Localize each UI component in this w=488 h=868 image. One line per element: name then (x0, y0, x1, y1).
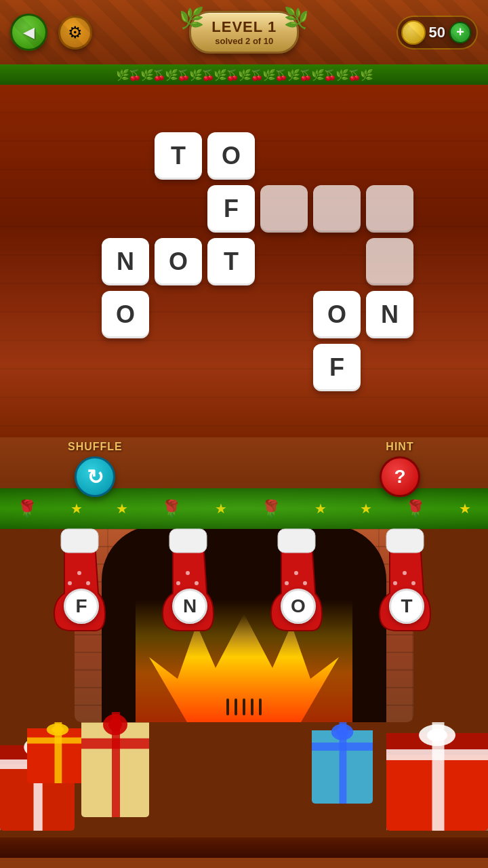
stocking-item[interactable]: T (376, 526, 437, 634)
svg-point-49 (108, 718, 122, 731)
svg-point-80 (427, 729, 447, 742)
svg-rect-12 (386, 529, 424, 553)
svg-point-13 (403, 571, 407, 575)
stocking-item[interactable]: O (268, 526, 329, 634)
svg-rect-8 (278, 529, 315, 553)
top-garland (0, 64, 488, 85)
svg-rect-47 (81, 738, 149, 749)
settings-button[interactable]: ⚙ (58, 16, 92, 50)
puzzle-tile[interactable]: O (102, 291, 149, 338)
gift-svg (81, 712, 149, 817)
puzzle-tile[interactable] (366, 238, 413, 285)
flower-decoration: 🌹 (405, 499, 426, 518)
puzzle-area: TOFNOTOONF (0, 85, 488, 437)
puzzle-grid: TOFNOTOONF (102, 132, 386, 390)
svg-point-15 (411, 581, 415, 585)
star-decoration: ★ (360, 500, 372, 517)
flower-decoration: 🌹 (17, 499, 37, 518)
level-badge: LEVEL 1 solved 2 of 10 (189, 11, 299, 54)
stocking-letter: N (172, 589, 207, 624)
puzzle-tile[interactable]: O (313, 291, 361, 338)
gift-box (312, 722, 373, 804)
star-decoration: ★ (314, 500, 327, 517)
hint-label: HINT (386, 441, 413, 453)
star-decoration: ★ (215, 500, 227, 517)
shuffle-icon: ↻ (87, 465, 104, 489)
puzzle-tile[interactable]: F (207, 185, 255, 233)
stocking-area: FNOT (0, 526, 488, 675)
puzzle-tile[interactable]: T (155, 132, 202, 180)
hint-button[interactable]: ? (380, 456, 420, 497)
coin-count: 50 (429, 24, 445, 41)
star-decoration: ★ (459, 500, 471, 517)
svg-point-3 (86, 581, 90, 585)
puzzle-tile[interactable] (260, 185, 308, 233)
gift-box (27, 722, 88, 783)
stocking-item[interactable]: F (51, 526, 112, 634)
puzzle-tile[interactable]: T (207, 238, 255, 285)
svg-point-10 (285, 581, 289, 585)
back-button[interactable] (10, 14, 47, 51)
svg-rect-41 (27, 738, 88, 744)
stocking-letter: T (389, 589, 424, 624)
coins-area: 50 + (396, 16, 478, 50)
puzzle-tile[interactable]: N (366, 291, 413, 338)
stocking-letter: O (281, 589, 316, 624)
svg-point-55 (336, 727, 348, 736)
puzzle-tile[interactable]: O (155, 238, 202, 285)
svg-rect-53 (312, 743, 373, 751)
gift-box (81, 712, 149, 817)
puzzle-tile[interactable]: F (313, 344, 361, 391)
svg-point-9 (294, 571, 298, 575)
hint-col: HINT ? (380, 441, 420, 497)
puzzle-tile[interactable]: O (207, 132, 255, 180)
svg-point-7 (195, 581, 199, 585)
svg-point-2 (68, 581, 72, 585)
gift-svg (312, 722, 373, 804)
add-coins-button[interactable]: + (449, 22, 471, 43)
top-bar: ⚙ LEVEL 1 solved 2 of 10 50 + (0, 0, 488, 64)
svg-rect-0 (61, 529, 98, 553)
gifts-area (0, 702, 488, 858)
puzzle-tile[interactable]: N (102, 238, 149, 285)
svg-point-1 (77, 571, 81, 575)
star-decoration: ★ (116, 500, 128, 517)
stocking-letter: F (64, 589, 99, 624)
puzzle-tile[interactable] (313, 185, 361, 233)
svg-point-6 (176, 581, 180, 585)
shuffle-label: SHUFFLE (68, 441, 123, 453)
svg-point-43 (52, 726, 64, 733)
gift-svg (386, 722, 488, 831)
flower-decoration: 🌹 (161, 499, 182, 518)
coin-icon (401, 20, 426, 45)
level-subtitle: solved 2 of 10 (211, 36, 277, 46)
gift-box (386, 722, 488, 831)
action-row: SHUFFLE ↻ HINT ? (0, 437, 488, 497)
stocking-item[interactable]: N (159, 526, 220, 634)
gift-svg (27, 722, 88, 783)
puzzle-tile[interactable] (366, 185, 413, 233)
flower-decoration: 🌹 (261, 499, 281, 518)
level-title: LEVEL 1 (211, 18, 277, 36)
svg-point-11 (303, 581, 307, 585)
star-decoration: ★ (70, 500, 83, 517)
hint-icon: ? (394, 466, 405, 488)
svg-point-5 (186, 571, 190, 575)
svg-rect-78 (386, 749, 488, 760)
shuffle-col: SHUFFLE ↻ (68, 441, 123, 497)
bottom-scene: SHUFFLE ↻ HINT ? 🌹 ★ ★ 🌹 ★ 🌹 ★ ★ 🌹 ★ FNO… (0, 437, 488, 858)
svg-rect-4 (169, 529, 207, 553)
shuffle-button[interactable]: ↻ (75, 456, 115, 497)
svg-point-14 (393, 581, 397, 585)
